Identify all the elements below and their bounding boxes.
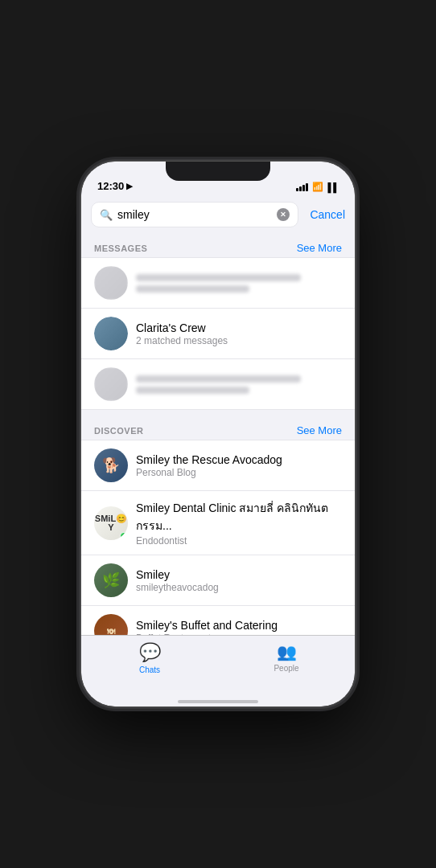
smiley-name: Smiley — [136, 568, 342, 581]
location-icon: ▶ — [126, 182, 133, 190]
avocadog-text: Smiley the Rescue Avocadog Personal Blog — [136, 453, 342, 478]
content-scroll[interactable]: MESSAGES See More Clarita's Cre — [81, 234, 355, 635]
claritas-crew-name: Clarita's Crew — [136, 321, 342, 334]
status-time: 12:30 ▶ — [97, 180, 133, 192]
chats-label: Chats — [139, 665, 160, 674]
avocadog-subtitle: Personal Blog — [136, 467, 342, 478]
avatar-buffet: 🍽 — [94, 614, 128, 635]
buffet-name: Smiley's Buffet and Catering — [136, 619, 342, 632]
dental-subtitle: Endodontist — [136, 535, 342, 547]
signal-bar-3 — [302, 185, 305, 191]
battery-icon: ▌▌ — [327, 182, 339, 192]
discover-section-header: DISCOVER See More — [81, 416, 355, 440]
avatar-claritas-crew — [94, 317, 128, 350]
tab-chats[interactable]: 💬 Chats — [81, 642, 218, 674]
phone-screen: 12:30 ▶ 📶 ▌▌ 🔍 smiley ✕ — [81, 162, 355, 706]
tab-bar: 💬 Chats 👥 People — [81, 635, 355, 690]
discover-section-title: DISCOVER — [94, 426, 143, 436]
signal-bars — [296, 183, 308, 191]
messages-see-more[interactable]: See More — [297, 242, 342, 254]
blurred-line — [136, 387, 249, 394]
smiley-subtitle: smileytheavocadog — [136, 582, 342, 593]
discover-item-avocadog[interactable]: 🐕 Smiley the Rescue Avocadog Personal Bl… — [81, 440, 355, 491]
search-icon: 🔍 — [100, 209, 113, 221]
tab-people[interactable]: 👥 People — [218, 642, 355, 674]
message-item-claritas-crew[interactable]: Clarita's Crew 2 matched messages — [81, 309, 355, 359]
people-icon: 👥 — [277, 642, 297, 661]
signal-bar-1 — [296, 188, 298, 191]
discover-item-buffet[interactable]: 🍽 Smiley's Buffet and Catering Buffet Re… — [81, 606, 355, 635]
smiley-text: Smiley smileytheavocadog — [136, 568, 342, 593]
section-gap-1 — [81, 410, 355, 416]
search-input[interactable]: smiley — [117, 208, 272, 221]
dental-name: Smiley Dental Clinic สมายลี่ คลินิกทันตก… — [136, 499, 342, 534]
blurred-line — [136, 274, 301, 281]
avatar-avocadog: 🐕 — [94, 448, 128, 482]
blurred-line — [136, 375, 301, 383]
buffet-text: Smiley's Buffet and Catering Buffet Rest… — [136, 619, 342, 636]
search-cancel-button[interactable]: Cancel — [310, 208, 345, 221]
messages-section-title: MESSAGES — [94, 244, 147, 253]
status-icons: 📶 ▌▌ — [296, 182, 339, 192]
power-button — [355, 274, 356, 330]
avatar-dental: SMiL😊Y — [94, 506, 128, 540]
signal-bar-4 — [306, 183, 308, 191]
messages-section-header: MESSAGES See More — [81, 234, 355, 257]
notch — [166, 162, 270, 181]
blurred-message-2[interactable] — [81, 359, 355, 410]
dental-text: Smiley Dental Clinic สมายลี่ คลินิกทันตก… — [136, 499, 342, 547]
claritas-crew-subtitle: 2 matched messages — [136, 335, 342, 346]
home-indicator — [81, 690, 355, 706]
time-display: 12:30 — [97, 180, 124, 192]
wifi-icon: 📶 — [312, 182, 323, 192]
discover-items-list: 🐕 Smiley the Rescue Avocadog Personal Bl… — [81, 440, 355, 635]
chats-icon: 💬 — [139, 642, 161, 663]
claritas-crew-text: Clarita's Crew 2 matched messages — [136, 321, 342, 346]
blurred-content-1 — [136, 274, 342, 293]
signal-bar-2 — [299, 186, 302, 191]
discover-item-dental[interactable]: SMiL😊Y Smiley Dental Clinic สมายลี่ คลิน… — [81, 491, 355, 555]
blurred-content-2 — [136, 375, 342, 394]
home-bar — [178, 700, 258, 703]
search-bar[interactable]: 🔍 smiley ✕ — [91, 202, 298, 227]
avatar-smiley: 🌿 — [94, 563, 128, 597]
search-clear-button[interactable]: ✕ — [277, 208, 290, 221]
discover-see-more[interactable]: See More — [297, 424, 342, 436]
online-indicator — [120, 532, 127, 539]
avocadog-name: Smiley the Rescue Avocadog — [136, 453, 342, 466]
people-label: People — [274, 664, 298, 673]
search-bar-container: 🔍 smiley ✕ Cancel — [81, 197, 355, 234]
phone-frame: 12:30 ▶ 📶 ▌▌ 🔍 smiley ✕ — [80, 161, 356, 707]
avatar-blurred-1 — [94, 266, 128, 300]
blurred-line — [136, 285, 249, 293]
avatar-blurred-2 — [94, 367, 128, 401]
blurred-message-1[interactable] — [81, 257, 355, 309]
discover-item-smiley[interactable]: 🌿 Smiley smileytheavocadog — [81, 555, 355, 606]
